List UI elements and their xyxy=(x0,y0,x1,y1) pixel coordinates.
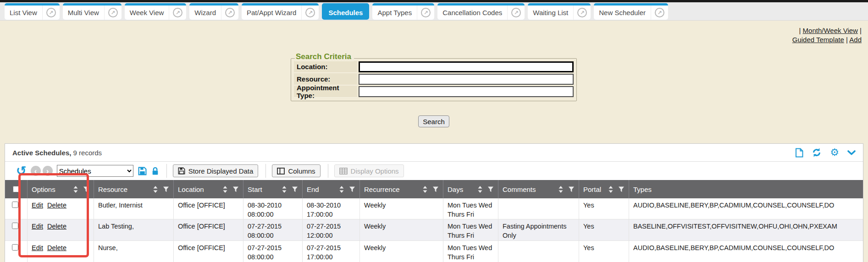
types-cell: AUDIO,BASELINE,BERY,BP,CADMIUM,COUNSEL,C… xyxy=(629,241,863,262)
edit-link[interactable]: Edit xyxy=(32,244,43,251)
column-header-resource[interactable]: Resource xyxy=(94,180,173,198)
select-all-checkbox[interactable] xyxy=(13,186,19,192)
open-in-new-window-button[interactable]: ↗ xyxy=(42,5,60,20)
column-header-portal[interactable]: Portal xyxy=(579,180,629,198)
grid-icon xyxy=(339,168,348,175)
column-header-options[interactable]: Options xyxy=(27,180,94,198)
display-options-button: Display Options xyxy=(334,164,404,177)
tab-pat-appt-wizard[interactable]: Pat/Appt Wizard ↗ xyxy=(242,3,319,20)
column-header-recurrence[interactable]: Recurrence xyxy=(359,180,443,198)
table-row: Edit Delete Nurse, Office [OFFICE] 07-27… xyxy=(5,241,863,262)
tab-week-view[interactable]: Week View ↗ xyxy=(125,3,186,20)
previous-button[interactable]: ‹ xyxy=(31,166,41,176)
column-header-end[interactable]: End xyxy=(302,180,359,198)
filter-icon[interactable] xyxy=(232,186,239,192)
open-in-new-window-button[interactable]: ↗ xyxy=(221,5,238,20)
column-header-types[interactable]: Types xyxy=(629,180,863,198)
filter-icon[interactable] xyxy=(349,186,355,192)
save-view-icon[interactable] xyxy=(138,167,147,175)
row-checkbox[interactable] xyxy=(12,223,18,229)
appointment-type-input[interactable] xyxy=(359,86,574,97)
edit-link[interactable]: Edit xyxy=(32,202,43,209)
search-field-row: Location: xyxy=(294,61,574,73)
guided-template-link[interactable]: Guided Template xyxy=(792,36,844,44)
refresh-icon[interactable] xyxy=(812,147,822,158)
portal-cell: Yes xyxy=(579,241,629,262)
open-in-new-window-button[interactable]: ↗ xyxy=(573,5,591,20)
days-cell: Mon Tues Wed Thurs Fri xyxy=(443,219,498,240)
gear-icon[interactable]: ⚙ xyxy=(830,147,839,158)
active-schedules-panel: Active Schedules, 9 records ⚙ ↺ ‹ › Sche… xyxy=(5,143,863,262)
column-header-start[interactable]: Start xyxy=(243,180,302,198)
filter-icon[interactable] xyxy=(83,186,89,192)
open-in-new-window-button[interactable]: ↗ xyxy=(169,5,186,20)
filter-icon[interactable] xyxy=(432,186,439,192)
table-row: Edit Delete Lab Testing, Office [OFFICE]… xyxy=(5,219,863,241)
column-header-comments[interactable]: Comments xyxy=(498,180,579,198)
tab-multi-view[interactable]: Multi View ↗ xyxy=(63,3,122,20)
tab-label: List View xyxy=(5,5,42,20)
chevron-down-icon[interactable] xyxy=(847,150,856,155)
types-cell: BASELINE,OFFVISITEST,OFFVISITNEW,OHFU,OH… xyxy=(629,219,863,240)
edit-link[interactable]: Edit xyxy=(32,223,43,230)
tab-label: Wizard xyxy=(189,5,221,20)
tab-waiting-list[interactable]: Waiting List ↗ xyxy=(528,3,591,20)
row-select-cell xyxy=(5,241,27,262)
store-displayed-data-button[interactable]: Store Displayed Data xyxy=(173,164,259,177)
search-criteria-fieldset: Search Criteria Location: Resource: Appo… xyxy=(291,58,577,101)
search-field-row: Appointment Type: xyxy=(294,86,574,98)
month-week-view-link[interactable]: Month/Week View xyxy=(803,27,858,34)
open-in-new-window-button[interactable]: ↗ xyxy=(417,5,434,20)
resource-input[interactable] xyxy=(359,74,574,85)
tab-schedules-active[interactable]: Schedules xyxy=(322,3,369,20)
sort-icon[interactable] xyxy=(282,186,287,193)
filter-icon[interactable] xyxy=(292,186,298,192)
resource-cell: Butler, Internist xyxy=(94,198,173,219)
tab-list-view[interactable]: List View ↗ xyxy=(5,3,60,20)
search-button[interactable]: Search xyxy=(418,115,449,127)
filter-icon[interactable] xyxy=(163,186,169,192)
sort-icon[interactable] xyxy=(339,186,344,193)
delete-link[interactable]: Delete xyxy=(47,223,66,230)
filter-icon[interactable] xyxy=(487,186,494,192)
tab-appt-types[interactable]: Appt Types ↗ xyxy=(372,3,434,20)
end-cell: 07-27-2015 17:00:00 xyxy=(302,241,359,262)
lock-icon[interactable] xyxy=(151,167,159,175)
add-link[interactable]: Add xyxy=(849,36,862,44)
open-in-new-window-button[interactable]: ↗ xyxy=(507,5,525,20)
filter-icon[interactable] xyxy=(568,186,575,192)
column-label: Days xyxy=(448,186,463,193)
column-header-location[interactable]: Location xyxy=(173,180,243,198)
new-page-icon[interactable] xyxy=(795,148,803,158)
location-input[interactable] xyxy=(359,61,574,72)
columns-button[interactable]: Columns xyxy=(272,164,320,177)
external-link-icon: ↗ xyxy=(577,8,587,17)
delete-link[interactable]: Delete xyxy=(47,244,66,251)
toolbar-separator xyxy=(265,164,266,178)
options-cell: Edit Delete xyxy=(27,219,94,240)
row-checkbox[interactable] xyxy=(12,202,18,208)
nav-tab-bar: List View ↗ Multi View ↗ Week View ↗ Wiz… xyxy=(0,2,868,21)
row-checkbox[interactable] xyxy=(12,244,18,251)
tab-wizard[interactable]: Wizard ↗ xyxy=(189,3,238,20)
sort-icon[interactable] xyxy=(73,186,78,193)
sort-icon[interactable] xyxy=(223,186,227,193)
column-header-days[interactable]: Days xyxy=(443,180,498,198)
undo-icon[interactable]: ↺ xyxy=(16,165,27,177)
sort-icon[interactable] xyxy=(478,186,482,193)
filter-icon[interactable] xyxy=(618,186,625,192)
open-in-new-window-button[interactable]: ↗ xyxy=(104,5,122,20)
next-button[interactable]: › xyxy=(43,166,53,176)
open-in-new-window-button[interactable]: ↗ xyxy=(651,5,668,20)
sort-icon[interactable] xyxy=(558,186,563,193)
open-in-new-window-button[interactable]: ↗ xyxy=(301,5,319,20)
tab-cancellation-codes[interactable]: Cancellation Codes ↗ xyxy=(437,3,525,20)
delete-link[interactable]: Delete xyxy=(47,202,66,209)
column-label: Types xyxy=(633,186,652,193)
tab-new-scheduler[interactable]: New Scheduler ↗ xyxy=(594,3,668,20)
sort-icon[interactable] xyxy=(608,186,613,193)
view-select[interactable]: Schedules xyxy=(57,165,133,177)
sort-icon[interactable] xyxy=(153,186,158,193)
table-row: Edit Delete Butler, Internist Office [OF… xyxy=(5,198,863,219)
sort-icon[interactable] xyxy=(423,186,427,193)
